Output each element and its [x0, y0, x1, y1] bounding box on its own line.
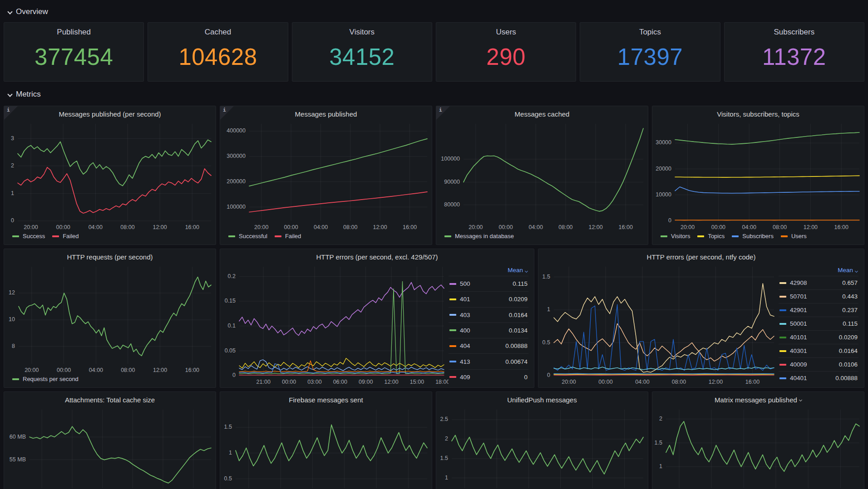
legend-mean-header[interactable]: Mean [779, 265, 858, 276]
time-series-chart[interactable]: 00.511.520:0000:0004:0008:0012:0016:00 [538, 264, 779, 387]
panel-title[interactable]: Messages published (per second) [4, 106, 216, 122]
svg-text:08:00: 08:00 [558, 224, 572, 230]
svg-text:8: 8 [12, 343, 15, 349]
svg-text:0.2: 0.2 [228, 273, 236, 279]
legend-item[interactable]: 4010.0209 [449, 291, 528, 307]
legend-item[interactable]: 404010.00888 [779, 371, 858, 385]
panel-title[interactable]: HTTP errors (per second, excl. 429/507) [220, 249, 534, 264]
legend-item[interactable]: Users [781, 233, 807, 240]
legend-label: 409 [460, 374, 470, 381]
legend-item[interactable]: Successful [228, 233, 267, 240]
section-header-overview[interactable]: Overview [4, 7, 864, 16]
panel-title[interactable]: Firebase messages sent [220, 392, 432, 407]
legend-item[interactable]: Success [12, 233, 45, 240]
svg-text:21:00: 21:00 [256, 379, 271, 385]
panel-messages-published-rate: i Messages published (per second) 012320… [4, 106, 216, 245]
time-series-chart[interactable]: 11.5220:0000:0004:0008:0012:0016:00 [652, 407, 864, 489]
legend-item[interactable]: 429080.657 [779, 276, 858, 289]
legend-item[interactable]: 4130.00674 [449, 353, 528, 369]
legend-swatch [779, 282, 786, 284]
svg-text:100000: 100000 [227, 204, 246, 210]
legend-label: 404 [460, 342, 470, 349]
panel-firebase-messages: Firebase messages sent 0.511.520:0000:00… [220, 391, 432, 489]
legend-item[interactable]: Requests per second [12, 376, 79, 382]
panel-title[interactable]: Attachments: Total cache size [4, 392, 216, 407]
legend-swatch [449, 314, 456, 316]
panel-title[interactable]: Messages cached [436, 106, 648, 122]
time-series-chart[interactable]: 10000020000030000040000020:0000:0004:000… [220, 122, 432, 233]
svg-text:100000: 100000 [441, 156, 460, 162]
legend-mean-value: 0.657 [842, 279, 858, 286]
legend-mean-header[interactable]: Mean [449, 265, 528, 276]
svg-text:2: 2 [659, 416, 662, 422]
svg-text:04:00: 04:00 [89, 367, 103, 373]
chart-legend: SuccessFailed [4, 233, 216, 244]
legend-mean-value: 0.0209 [839, 334, 858, 341]
stat-panel-published: Published 377454 [4, 22, 144, 82]
legend-item[interactable]: Messages in database [444, 233, 514, 240]
legend-item[interactable]: Topics [697, 233, 725, 240]
legend-swatch [779, 377, 786, 379]
time-series-chart[interactable]: 010000200003000020:0000:0004:0008:0012:0… [652, 122, 864, 233]
stat-panel-topics: Topics 17397 [580, 22, 720, 82]
stat-value: 17397 [617, 32, 683, 81]
svg-text:12:00: 12:00 [804, 224, 818, 230]
panel-title[interactable]: Messages published [220, 106, 432, 122]
legend-mean-value: 0.115 [513, 280, 528, 287]
svg-text:12: 12 [9, 289, 15, 296]
legend-mean-value: 0.237 [842, 307, 858, 313]
chevron-down-icon [7, 9, 12, 14]
panel-title-text: Matrix messages published [715, 396, 797, 404]
time-series-chart[interactable]: 0.511.520:0000:0004:0008:0012:0016:00 [220, 407, 432, 489]
chart-svg: 11.5220:0000:0004:0008:0012:0016:00 [652, 407, 864, 489]
svg-text:09:00: 09:00 [359, 379, 373, 385]
legend-item[interactable]: 507010.443 [779, 289, 858, 303]
legend-swatch [779, 337, 786, 338]
legend-item[interactable]: Failed [52, 233, 79, 240]
stat-panel-cached: Cached 104628 [148, 22, 288, 82]
legend-item[interactable]: 429010.237 [779, 303, 858, 317]
legend-item[interactable]: 4030.0164 [449, 307, 528, 323]
time-series-chart[interactable]: 55 MB60 MB20:0000:0004:0008:0012:0016:00 [4, 407, 216, 489]
legend-item[interactable]: 400090.0106 [779, 357, 858, 371]
svg-text:80000: 80000 [444, 201, 460, 208]
legend-mean-value: 0.00674 [505, 358, 528, 365]
time-series-chart[interactable]: 012320:0000:0004:0008:0012:0016:00 [4, 122, 216, 233]
stat-panel-visitors: Visitors 34152 [292, 22, 432, 82]
panel-title[interactable]: Matrix messages published [652, 392, 864, 407]
legend-item[interactable]: 4040.00888 [449, 338, 528, 353]
chart-legend-table: Mean429080.657507010.443429010.237500010… [779, 264, 864, 387]
legend-label: 40101 [790, 334, 807, 341]
svg-text:18:00: 18:00 [435, 379, 449, 385]
legend-item[interactable]: Subscribers [732, 233, 774, 240]
panel-attachments-cache: Attachments: Total cache size 55 MB60 MB… [4, 391, 216, 489]
stat-value: 104628 [178, 32, 257, 81]
legend-item[interactable]: 5000.115 [449, 276, 528, 291]
panel-title[interactable]: HTTP requests (per second) [4, 249, 216, 264]
svg-text:04:00: 04:00 [742, 224, 756, 230]
legend-item[interactable]: 500010.115 [779, 317, 858, 330]
legend-item[interactable]: 4090 [449, 369, 528, 385]
legend-item[interactable]: 403010.0164 [779, 344, 858, 357]
panel-title[interactable]: HTTP errors (per second, ntfy code) [538, 249, 864, 264]
svg-text:20:00: 20:00 [24, 224, 38, 230]
panel-title[interactable]: UnifiedPush messages [436, 392, 648, 407]
svg-text:20:00: 20:00 [562, 379, 576, 385]
time-series-chart[interactable]: 11.522.520:0000:0004:0008:0012:0016:00 [436, 407, 648, 489]
legend-swatch [661, 235, 667, 237]
time-series-chart[interactable]: 8101220:0000:0004:0008:0012:0016:00 [4, 264, 216, 376]
svg-text:06:00: 06:00 [333, 379, 347, 385]
time-series-chart[interactable]: 00.050.10.150.221:0000:0003:0006:0009:00… [220, 264, 449, 387]
legend-item[interactable]: Failed [275, 233, 301, 240]
legend-item[interactable]: 4000.0134 [449, 323, 528, 338]
legend-item[interactable]: Visitors [661, 233, 690, 240]
time-series-chart[interactable]: 800009000010000020:0000:0004:0008:0012:0… [436, 122, 648, 233]
panel-http-errors-excl: HTTP errors (per second, excl. 429/507) … [220, 249, 534, 388]
svg-text:00:00: 00:00 [284, 224, 298, 230]
legend-swatch [697, 235, 704, 237]
legend-mean-value: 0.00888 [835, 375, 858, 381]
svg-text:00:00: 00:00 [498, 224, 513, 230]
legend-item[interactable]: 401010.0209 [779, 330, 858, 344]
panel-title[interactable]: Visitors, subscribers, topics [652, 106, 864, 122]
section-header-metrics[interactable]: Metrics [4, 90, 864, 99]
